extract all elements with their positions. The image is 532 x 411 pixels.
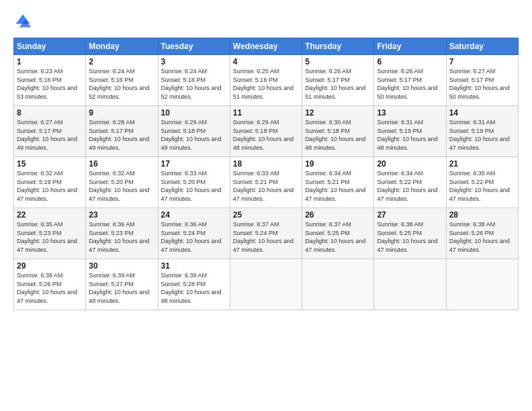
week-row-1: 1Sunrise: 6:23 AMSunset: 5:16 PMDaylight… (14, 55, 519, 106)
calendar-cell: 14Sunrise: 6:31 AMSunset: 5:19 PMDayligh… (446, 106, 518, 157)
day-info: Sunrise: 6:32 AMSunset: 5:20 PMDaylight:… (89, 169, 154, 203)
day-info: Sunrise: 6:29 AMSunset: 5:18 PMDaylight:… (161, 118, 227, 152)
calendar-cell: 9Sunrise: 6:28 AMSunset: 5:17 PMDaylight… (86, 106, 158, 157)
day-info: Sunrise: 6:34 AMSunset: 5:21 PMDaylight:… (305, 169, 371, 203)
calendar-cell: 25Sunrise: 6:37 AMSunset: 5:24 PMDayligh… (230, 208, 302, 259)
weekday-header-friday: Friday (374, 38, 446, 55)
day-number: 21 (449, 159, 515, 169)
calendar-cell: 22Sunrise: 6:35 AMSunset: 5:23 PMDayligh… (14, 208, 86, 259)
day-info: Sunrise: 6:27 AMSunset: 5:17 PMDaylight:… (17, 118, 83, 152)
day-number: 29 (17, 261, 83, 271)
calendar-cell: 6Sunrise: 6:26 AMSunset: 5:17 PMDaylight… (374, 55, 446, 106)
day-number: 2 (89, 57, 154, 66)
day-info: Sunrise: 6:25 AMSunset: 5:16 PMDaylight:… (233, 67, 299, 101)
weekday-header-row: SundayMondayTuesdayWednesdayThursdayFrid… (14, 38, 519, 55)
calendar-cell (230, 259, 302, 310)
calendar-cell: 20Sunrise: 6:34 AMSunset: 5:22 PMDayligh… (374, 157, 446, 208)
day-number: 5 (305, 57, 371, 66)
week-row-4: 22Sunrise: 6:35 AMSunset: 5:23 PMDayligh… (14, 208, 519, 259)
day-number: 26 (305, 210, 371, 220)
calendar-cell: 5Sunrise: 6:26 AMSunset: 5:17 PMDaylight… (302, 55, 374, 106)
day-info: Sunrise: 6:38 AMSunset: 5:26 PMDaylight:… (449, 220, 515, 254)
logo-icon (13, 12, 32, 31)
day-number: 20 (377, 159, 443, 169)
day-number: 25 (233, 210, 299, 220)
day-info: Sunrise: 6:26 AMSunset: 5:17 PMDaylight:… (377, 67, 443, 101)
day-info: Sunrise: 6:33 AMSunset: 5:21 PMDaylight:… (233, 169, 299, 203)
day-info: Sunrise: 6:31 AMSunset: 5:19 PMDaylight:… (449, 118, 515, 152)
day-info: Sunrise: 6:31 AMSunset: 5:19 PMDaylight:… (377, 118, 443, 152)
calendar-cell: 19Sunrise: 6:34 AMSunset: 5:21 PMDayligh… (302, 157, 374, 208)
weekday-header-sunday: Sunday (14, 38, 86, 55)
day-info: Sunrise: 6:39 AMSunset: 5:27 PMDaylight:… (89, 271, 154, 305)
day-number: 18 (233, 159, 299, 169)
day-number: 3 (161, 57, 227, 66)
calendar-table: SundayMondayTuesdayWednesdayThursdayFrid… (13, 38, 519, 310)
day-info: Sunrise: 6:38 AMSunset: 5:26 PMDaylight:… (17, 271, 83, 305)
week-row-3: 15Sunrise: 6:32 AMSunset: 5:19 PMDayligh… (14, 157, 519, 208)
day-info: Sunrise: 6:29 AMSunset: 5:18 PMDaylight:… (233, 118, 299, 152)
day-info: Sunrise: 6:24 AMSunset: 5:16 PMDaylight:… (161, 67, 227, 101)
logo (13, 12, 35, 31)
calendar-cell: 13Sunrise: 6:31 AMSunset: 5:19 PMDayligh… (374, 106, 446, 157)
day-number: 28 (449, 210, 515, 220)
day-info: Sunrise: 6:39 AMSunset: 5:28 PMDaylight:… (161, 271, 227, 305)
day-info: Sunrise: 6:26 AMSunset: 5:17 PMDaylight:… (305, 67, 371, 101)
day-number: 4 (233, 57, 299, 66)
day-number: 23 (89, 210, 154, 220)
day-number: 17 (161, 159, 227, 169)
calendar-cell: 12Sunrise: 6:30 AMSunset: 5:18 PMDayligh… (302, 106, 374, 157)
day-info: Sunrise: 6:33 AMSunset: 5:20 PMDaylight:… (161, 169, 227, 203)
day-info: Sunrise: 6:34 AMSunset: 5:22 PMDaylight:… (377, 169, 443, 203)
calendar-cell: 11Sunrise: 6:29 AMSunset: 5:18 PMDayligh… (230, 106, 302, 157)
day-number: 7 (449, 57, 515, 66)
day-info: Sunrise: 6:23 AMSunset: 5:16 PMDaylight:… (17, 67, 83, 101)
day-number: 13 (377, 108, 443, 118)
calendar-cell: 26Sunrise: 6:37 AMSunset: 5:25 PMDayligh… (302, 208, 374, 259)
calendar-cell (446, 259, 518, 310)
calendar-cell: 27Sunrise: 6:38 AMSunset: 5:25 PMDayligh… (374, 208, 446, 259)
calendar-cell: 24Sunrise: 6:36 AMSunset: 5:24 PMDayligh… (158, 208, 230, 259)
day-number: 1 (17, 57, 83, 66)
calendar-cell: 17Sunrise: 6:33 AMSunset: 5:20 PMDayligh… (158, 157, 230, 208)
calendar-cell (302, 259, 374, 310)
day-info: Sunrise: 6:37 AMSunset: 5:25 PMDaylight:… (305, 220, 371, 254)
day-number: 12 (305, 108, 371, 118)
day-number: 31 (161, 261, 227, 271)
calendar-cell: 10Sunrise: 6:29 AMSunset: 5:18 PMDayligh… (158, 106, 230, 157)
day-number: 24 (161, 210, 227, 220)
header (13, 12, 519, 31)
day-number: 8 (17, 108, 83, 118)
day-info: Sunrise: 6:35 AMSunset: 5:22 PMDaylight:… (449, 169, 515, 203)
calendar-cell: 8Sunrise: 6:27 AMSunset: 5:17 PMDaylight… (14, 106, 86, 157)
calendar-cell: 28Sunrise: 6:38 AMSunset: 5:26 PMDayligh… (446, 208, 518, 259)
day-number: 30 (89, 261, 154, 271)
day-number: 22 (17, 210, 83, 220)
day-number: 16 (89, 159, 154, 169)
calendar-cell: 31Sunrise: 6:39 AMSunset: 5:28 PMDayligh… (158, 259, 230, 310)
weekday-header-saturday: Saturday (446, 38, 518, 55)
day-info: Sunrise: 6:24 AMSunset: 5:16 PMDaylight:… (89, 67, 154, 101)
day-number: 9 (89, 108, 154, 118)
calendar-cell: 3Sunrise: 6:24 AMSunset: 5:16 PMDaylight… (158, 55, 230, 106)
day-number: 6 (377, 57, 443, 66)
day-number: 15 (17, 159, 83, 169)
calendar-cell: 23Sunrise: 6:36 AMSunset: 5:23 PMDayligh… (86, 208, 158, 259)
day-number: 10 (161, 108, 227, 118)
day-number: 14 (449, 108, 515, 118)
day-info: Sunrise: 6:36 AMSunset: 5:24 PMDaylight:… (161, 220, 227, 254)
day-number: 11 (233, 108, 299, 118)
day-info: Sunrise: 6:30 AMSunset: 5:18 PMDaylight:… (305, 118, 371, 152)
calendar-cell: 18Sunrise: 6:33 AMSunset: 5:21 PMDayligh… (230, 157, 302, 208)
day-info: Sunrise: 6:35 AMSunset: 5:23 PMDaylight:… (17, 220, 83, 254)
day-info: Sunrise: 6:27 AMSunset: 5:17 PMDaylight:… (449, 67, 515, 101)
calendar-cell: 29Sunrise: 6:38 AMSunset: 5:26 PMDayligh… (14, 259, 86, 310)
page: SundayMondayTuesdayWednesdayThursdayFrid… (0, 0, 532, 411)
day-number: 19 (305, 159, 371, 169)
calendar-cell: 7Sunrise: 6:27 AMSunset: 5:17 PMDaylight… (446, 55, 518, 106)
day-info: Sunrise: 6:32 AMSunset: 5:19 PMDaylight:… (17, 169, 83, 203)
calendar-cell: 1Sunrise: 6:23 AMSunset: 5:16 PMDaylight… (14, 55, 86, 106)
calendar-cell: 2Sunrise: 6:24 AMSunset: 5:16 PMDaylight… (86, 55, 158, 106)
week-row-2: 8Sunrise: 6:27 AMSunset: 5:17 PMDaylight… (14, 106, 519, 157)
day-info: Sunrise: 6:38 AMSunset: 5:25 PMDaylight:… (377, 220, 443, 254)
